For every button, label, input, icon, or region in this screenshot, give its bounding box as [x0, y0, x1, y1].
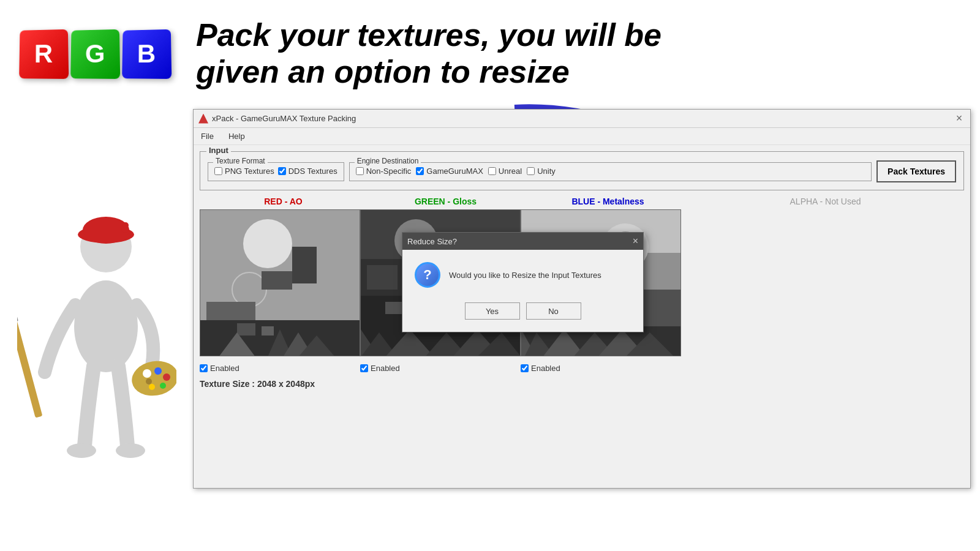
engine-unreal-checkbox[interactable] — [488, 167, 496, 175]
modal-content-row: ? Would you like to Resize the Input Tex… — [415, 262, 631, 288]
enabled-row: Enabled Enabled Enabled — [200, 361, 964, 375]
modal-title-bar: Reduce Size? × — [402, 233, 643, 250]
title-bar: xPack - GameGuruMAX Texture Packing × — [194, 110, 970, 128]
enabled-ao-checkbox[interactable] — [200, 364, 208, 372]
svg-point-14 — [163, 373, 170, 381]
svg-rect-24 — [262, 271, 292, 290]
menu-file[interactable]: File — [198, 130, 216, 142]
svg-rect-39 — [385, 302, 404, 314]
engine-dest-group: Engine Destination Non-Specific GameGuru… — [349, 162, 872, 181]
engine-non-specific-label[interactable]: Non-Specific — [356, 167, 412, 176]
svg-point-8 — [74, 280, 138, 372]
engine-non-specific-checkbox[interactable] — [356, 167, 364, 175]
modal-dialog: Reduce Size? × ? Would you like to Resiz… — [402, 232, 644, 332]
input-legend: Input — [206, 146, 231, 155]
modal-question-icon: ? — [415, 262, 440, 288]
app-window: xPack - GameGuruMAX Texture Packing × Fi… — [193, 109, 971, 489]
dds-textures-label[interactable]: DDS Textures — [278, 167, 337, 176]
dds-textures-checkbox[interactable] — [278, 167, 286, 175]
modal-message: Would you like to Resize the Input Textu… — [449, 271, 601, 280]
enabled-metal-checkbox[interactable] — [521, 364, 529, 372]
svg-point-13 — [154, 367, 162, 375]
svg-point-21 — [243, 219, 292, 268]
app-title: xPack - GameGuruMAX Texture Packing — [212, 114, 356, 123]
svg-point-12 — [143, 369, 151, 378]
channel-alpha-label: ALPHA - Not Used — [689, 197, 962, 206]
channel-green-label: GREEN - Gloss — [364, 197, 527, 206]
enabled-gloss-checkbox[interactable] — [360, 364, 368, 372]
artist-figure — [0, 107, 193, 551]
svg-rect-27 — [237, 323, 255, 335]
svg-point-17 — [146, 378, 152, 384]
menu-bar: File Help — [194, 128, 970, 145]
input-group: Input Texture Format PNG Textures DDS Te… — [200, 151, 964, 190]
app-icon — [198, 114, 208, 124]
texture-size: Texture Size : 2048 x 2048px — [200, 379, 964, 389]
svg-point-16 — [149, 384, 155, 390]
content-area: Input Texture Format PNG Textures DDS Te… — [194, 145, 970, 395]
png-textures-label[interactable]: PNG Textures — [214, 167, 274, 176]
engine-gameguru-label[interactable]: GameGuruMAX — [416, 167, 483, 176]
banner-text: Pack your textures, you will be given an… — [196, 17, 662, 91]
engine-unity-label[interactable]: Unity — [527, 167, 556, 176]
png-textures-checkbox[interactable] — [214, 167, 222, 175]
modal-buttons: Yes No — [415, 302, 631, 320]
channel-red-label: RED - AO — [202, 197, 364, 206]
modal-no-button[interactable]: No — [526, 302, 581, 320]
texture-format-legend: Texture Format — [213, 157, 268, 165]
cube-g: G — [70, 29, 120, 78]
svg-rect-1 — [17, 309, 42, 418]
modal-close-button[interactable]: × — [633, 236, 638, 247]
engine-gameguru-checkbox[interactable] — [416, 167, 424, 175]
top-banner: R G B Pack your textures, you will be gi… — [0, 0, 980, 107]
enabled-ao: Enabled — [200, 361, 360, 375]
modal-yes-button[interactable]: Yes — [465, 302, 520, 320]
svg-rect-2 — [17, 306, 18, 323]
modal-title: Reduce Size? — [407, 237, 457, 246]
rgb-cubes: R G B — [6, 3, 184, 104]
enabled-metal: Enabled — [521, 361, 681, 375]
cube-r: R — [19, 29, 69, 78]
cube-b: B — [122, 29, 172, 78]
svg-rect-37 — [367, 265, 398, 290]
enabled-gloss: Enabled — [360, 361, 521, 375]
svg-point-10 — [116, 443, 145, 458]
texture-preview-ao — [200, 209, 360, 356]
svg-point-15 — [160, 383, 166, 389]
engine-unity-checkbox[interactable] — [527, 167, 535, 175]
texture-format-group: Texture Format PNG Textures DDS Textures — [208, 162, 344, 181]
engine-dest-legend: Engine Destination — [355, 157, 421, 165]
channel-labels: RED - AO GREEN - Gloss BLUE - Metalness … — [200, 197, 964, 206]
input-row: Texture Format PNG Textures DDS Textures… — [208, 160, 956, 182]
svg-rect-25 — [292, 247, 317, 283]
pack-textures-button[interactable]: Pack Textures — [876, 160, 956, 182]
channel-blue-label: BLUE - Metalness — [527, 197, 689, 206]
modal-body: ? Would you like to Resize the Input Tex… — [402, 250, 643, 332]
svg-point-18 — [123, 222, 129, 228]
svg-rect-28 — [262, 326, 274, 335]
svg-point-9 — [67, 443, 96, 458]
engine-unreal-label[interactable]: Unreal — [488, 167, 522, 176]
menu-help[interactable]: Help — [226, 130, 247, 142]
close-button[interactable]: × — [953, 113, 965, 125]
